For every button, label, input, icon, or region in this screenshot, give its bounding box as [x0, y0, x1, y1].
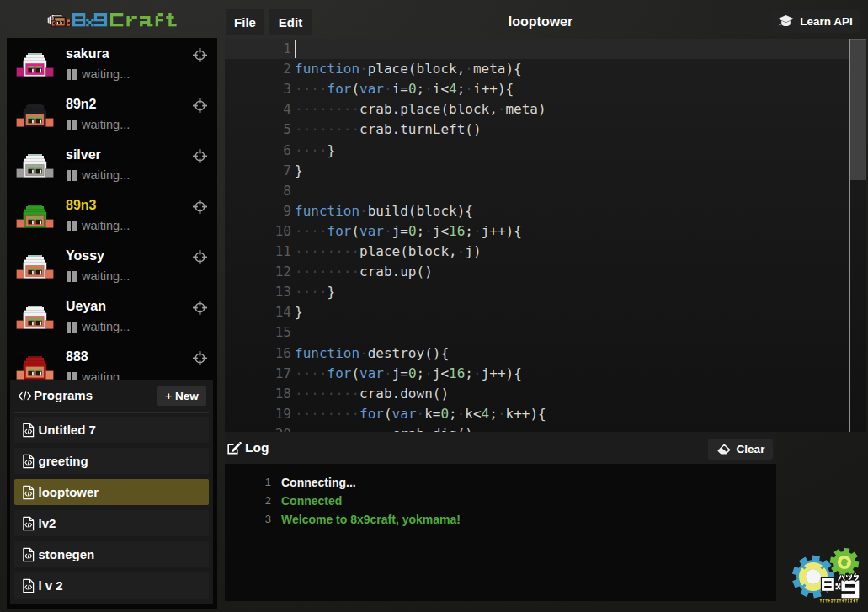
player-avatar [16, 53, 54, 80]
editor-line: 9function·build(block){ [225, 201, 866, 221]
player-row[interactable]: Yossywaiting... [7, 242, 217, 293]
learn-api-button[interactable]: Learn API [771, 10, 860, 33]
editor-line: 1 [225, 39, 866, 59]
program-file-icon [23, 485, 35, 500]
editor-line-number: 6 [225, 141, 291, 161]
new-program-button[interactable]: + New [157, 386, 206, 406]
player-avatar-crab-icon [16, 356, 54, 380]
player-avatar-crab-icon [16, 104, 54, 127]
player-locate-button[interactable] [193, 250, 207, 268]
program-item-stonegen[interactable]: stonegen [14, 541, 209, 567]
program-file-icon [23, 454, 35, 469]
editor-code-text: } [295, 161, 303, 181]
program-file-icon [23, 516, 35, 531]
editor-line-number: 9 [225, 201, 291, 221]
program-item-l-v-2[interactable]: l v 2 [14, 572, 209, 599]
editor-line-number: 2 [225, 59, 291, 79]
code-icon [18, 391, 32, 402]
editor-line-number: 5 [225, 120, 291, 140]
log-title: Log [245, 440, 269, 455]
player-row[interactable]: silverwaiting... [7, 141, 217, 192]
player-status: waiting... [67, 67, 130, 81]
player-locate-button[interactable] [193, 351, 207, 369]
graduation-cap-icon [778, 15, 794, 28]
clear-label: Clear [737, 443, 765, 455]
player-row[interactable]: sakurawaiting... [7, 40, 217, 91]
program-item-label: Untitled 7 [39, 423, 96, 437]
player-name: sakura [66, 46, 109, 61]
programs-title: Programs [34, 388, 93, 402]
editor-line-number: 14 [225, 302, 291, 322]
editor-line-number: 19 [225, 404, 291, 424]
locate-crosshair-icon[interactable] [193, 351, 207, 365]
app-logo-8x9craft-icon [46, 8, 177, 32]
player-name: 888 [66, 349, 88, 365]
player-row[interactable]: 89n3waiting... [7, 192, 217, 242]
player-locate-button[interactable] [193, 98, 207, 116]
locate-crosshair-icon[interactable] [193, 301, 207, 315]
player-status: waiting... [67, 118, 130, 131]
player-status-label: waiting... [82, 118, 130, 131]
locate-crosshair-icon[interactable] [193, 98, 207, 113]
player-locate-button[interactable] [193, 301, 207, 318]
programs-header: Programs + New [10, 380, 213, 412]
editor-line: 20············crab.dig() [225, 424, 866, 432]
editor-line: 7} [225, 161, 866, 181]
editor-code-text: ········crab.place(block,·meta) [295, 99, 546, 120]
editor-code-text: function·build(block){ [295, 201, 473, 221]
player-locate-button[interactable] [193, 149, 207, 167]
editor-line-number: 13 [225, 282, 291, 302]
editor-code-text: } [295, 302, 303, 322]
editor-line-number: 12 [225, 262, 291, 282]
editor-code-text: ····} [295, 282, 335, 302]
locate-crosshair-icon[interactable] [193, 48, 207, 62]
player-name: silver [66, 147, 101, 162]
editor-line: 18········crab.down() [225, 384, 866, 404]
player-avatar-crab-icon [16, 306, 54, 329]
editor-cursor [295, 40, 296, 58]
code-editor[interactable]: 12function·place(block,·meta){3····for(v… [225, 39, 866, 432]
pause-icon [67, 170, 77, 181]
eraser-icon [716, 444, 731, 455]
programs-separator [14, 412, 209, 413]
locate-crosshair-icon[interactable] [193, 200, 207, 214]
editor-line: 15 [225, 322, 866, 343]
log-message: Connected [281, 492, 342, 510]
programs-panel: Programs + New Untitled 7greetinglooptow… [10, 380, 213, 604]
program-file-icon [23, 578, 35, 593]
player-status-label: waiting... [82, 67, 130, 81]
player-row[interactable]: Ueyanwaiting... [7, 293, 217, 343]
program-item-untitled-7[interactable]: Untitled 7 [14, 417, 209, 443]
locate-crosshair-icon[interactable] [193, 250, 207, 264]
edit-pencil-square-icon [226, 441, 243, 455]
editor-scrollbar-thumb[interactable] [850, 39, 866, 180]
player-status: waiting... [67, 219, 130, 232]
editor-line-number: 4 [225, 99, 291, 120]
program-item-lv2[interactable]: lv2 [14, 510, 209, 536]
program-item-label: greeting [39, 454, 88, 468]
editor-code-text: ····for(var·j=0;·j<16;·j++){ [295, 221, 522, 242]
locate-crosshair-icon[interactable] [193, 149, 207, 163]
log-entry: 1Connecting... [225, 473, 776, 492]
player-row[interactable]: 89n2waiting... [7, 91, 217, 141]
log-output: 1Connecting...2Connected3Welcome to 8x9c… [225, 464, 776, 601]
clear-log-button[interactable]: Clear [708, 439, 773, 460]
editor-line-number: 3 [225, 79, 291, 99]
editor-line: 2function·place(block,·meta){ [225, 59, 866, 79]
editor-line: 14} [225, 302, 866, 322]
log-message: Connecting... [281, 473, 356, 492]
log-line-number: 1 [225, 473, 271, 492]
program-item-greeting[interactable]: greeting [14, 448, 209, 474]
editor-code-text: ········crab.down() [295, 384, 449, 404]
program-file-icon [23, 423, 35, 438]
program-file-icon [23, 547, 35, 562]
log-line-number: 2 [225, 492, 271, 510]
pause-icon [67, 322, 77, 333]
program-item-looptower[interactable]: looptower [14, 479, 209, 505]
editor-code-text: ········place(block,·j) [295, 242, 482, 262]
player-locate-button[interactable] [193, 200, 207, 217]
player-locate-button[interactable] [193, 48, 207, 66]
player-status-label: waiting... [82, 269, 130, 283]
brand-8x9-hack-logo [788, 537, 868, 611]
player-avatar-crab-icon [16, 53, 54, 77]
